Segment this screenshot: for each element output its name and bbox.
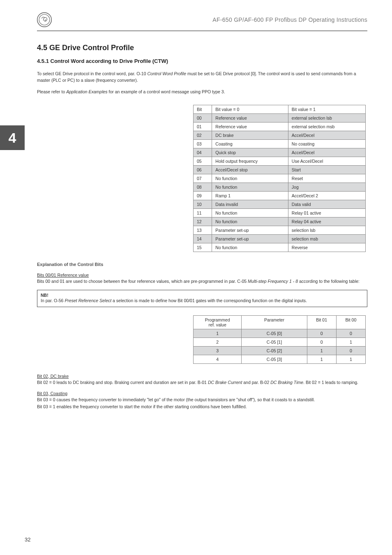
cell: 0 xyxy=(307,338,336,346)
table-row: 05Hold output frequencyUse Accel/Decel xyxy=(194,157,366,166)
cell: 12 xyxy=(194,217,212,226)
bits-0001-text: Bits 00 and 01 are used to choose betwee… xyxy=(37,278,367,285)
table-row: 14Parameter set-upselection msb xyxy=(194,235,366,243)
bit03-heading: Bit 03, Coasting xyxy=(37,391,367,396)
cell: Quick stop xyxy=(212,148,288,157)
cell: 0 xyxy=(336,329,365,338)
text: Bit 02 = 0 leads to DC braking and stop.… xyxy=(37,380,208,385)
cell: Jog xyxy=(288,183,365,192)
text: Bits 00 and 01 are used to choose betwee… xyxy=(37,279,248,284)
cell: 0 xyxy=(307,329,336,338)
bit02-heading: Bit 02, DC brake xyxy=(37,374,367,379)
cell: 0 xyxy=(336,346,365,355)
header-cell: Bit 00 xyxy=(336,315,365,329)
cell: 1 xyxy=(307,355,336,363)
cell: 01 xyxy=(194,123,212,131)
cell: 03 xyxy=(194,140,212,148)
table-row: 2C-05 [1]01 xyxy=(194,338,366,346)
text: Programmed xyxy=(197,317,238,322)
cell: 13 xyxy=(194,226,212,235)
param-name: Control Word Profile xyxy=(147,71,186,76)
cell: No function xyxy=(212,209,288,217)
cell: 00 xyxy=(194,114,212,123)
cell: 1 xyxy=(336,355,365,363)
cell: Accel/Decel xyxy=(288,148,365,157)
section-title: 4.5 GE Drive Control Profile xyxy=(37,44,367,52)
header-cell: Parameter xyxy=(242,315,307,329)
cell: No coasting xyxy=(288,140,365,148)
cell: No function xyxy=(212,183,288,192)
cell: Parameter set-up xyxy=(212,226,288,235)
cell: C-05 [3] xyxy=(242,355,307,363)
cell: Reference value xyxy=(212,123,288,131)
param-name: Application Examples xyxy=(66,89,107,94)
table-header-row: Programmed ref. value Parameter Bit 01 B… xyxy=(194,315,366,329)
table-row: 4C-05 [3]11 xyxy=(194,355,366,363)
text: and par. B-02 xyxy=(242,380,270,385)
table-row: 15No functionReverse xyxy=(194,243,366,252)
nb-box: NB! In par. O-56 Preset Reference Select… xyxy=(37,290,367,307)
cell: 07 xyxy=(194,174,212,183)
param-name: DC Braking Time xyxy=(270,380,303,385)
cell: Hold output frequency xyxy=(212,157,288,166)
intro-paragraph-1: To select GE Drive protocol in the contr… xyxy=(37,71,367,84)
ge-logo-icon xyxy=(37,12,52,27)
cell: Parameter set-up xyxy=(212,235,288,243)
cell: 08 xyxy=(194,183,212,192)
table-header-row: Bit Bit value = 0 Bit value = 1 xyxy=(194,105,366,114)
header-cell: Bit xyxy=(194,105,212,114)
table-row: 13Parameter set-upselection lsb xyxy=(194,226,366,235)
cell: Accel/Decel stop xyxy=(212,166,288,174)
cell: 11 xyxy=(194,209,212,217)
cell: Accel/Decel 2 xyxy=(288,192,365,200)
header-cell: Bit value = 1 xyxy=(288,105,365,114)
chapter-tab: 4 xyxy=(0,125,25,150)
nb-label: NB! xyxy=(41,293,364,298)
cell: 14 xyxy=(194,235,212,243)
table-row: 08No functionJog xyxy=(194,183,366,192)
cell: 15 xyxy=(194,243,212,252)
cell: 3 xyxy=(194,346,242,355)
cell: 02 xyxy=(194,131,212,140)
table-row: 03CoastingNo coasting xyxy=(194,140,366,148)
table-row: 12No functionRelay 04 active xyxy=(194,217,366,226)
text: . Bit 02 = 1 leads to ramping. xyxy=(303,380,358,385)
param-name: Multi-step Frequency 1 - 8 xyxy=(248,279,298,284)
text: for an example of a control word message… xyxy=(108,89,225,94)
cell: DC brake xyxy=(212,131,288,140)
text: a selection is made to define how Bit 00… xyxy=(111,298,307,303)
bit03-line2: Bit 03 = 1 enables the frequency convert… xyxy=(37,404,367,410)
cell: external selection lsb xyxy=(288,114,365,123)
table-row: 02DC brakeAccel/Decel xyxy=(194,131,366,140)
cell: 05 xyxy=(194,157,212,166)
cell: No function xyxy=(212,217,288,226)
cell: Start xyxy=(288,166,365,174)
nb-text: In par. O-56 Preset Reference Select a s… xyxy=(41,298,364,304)
table-row: 06Accel/Decel stopStart xyxy=(194,166,366,174)
text: In par. O-56 xyxy=(41,298,65,303)
cell: selection lsb xyxy=(288,226,365,235)
intro-paragraph-2: Please refer to Application Examples for… xyxy=(37,89,367,95)
cell: C-05 [0] xyxy=(242,329,307,338)
param-name: DC Brake Current xyxy=(208,380,242,385)
svg-point-0 xyxy=(37,13,52,27)
table-row: 00Reference valueexternal selection lsb xyxy=(194,114,366,123)
table-row: 1C-05 [0]00 xyxy=(194,329,366,338)
text: ref. value xyxy=(197,322,238,327)
text: Please refer to xyxy=(37,89,66,94)
subsection-title: 4.5.1 Control Word according to Drive Pr… xyxy=(37,58,367,64)
control-bits-table: Bit Bit value = 0 Bit value = 1 00Refere… xyxy=(193,105,366,252)
svg-point-1 xyxy=(39,14,50,25)
cell: Reset xyxy=(288,174,365,183)
cell: 2 xyxy=(194,338,242,346)
cell: Relay 01 active xyxy=(288,209,365,217)
cell: 06 xyxy=(194,166,212,174)
cell: C-05 [2] xyxy=(242,346,307,355)
cell: No function xyxy=(212,174,288,183)
cell: Reference value xyxy=(212,114,288,123)
table-row: 01Reference valueexternal selection msb xyxy=(194,123,366,131)
page-number: 32 xyxy=(25,536,30,543)
reference-value-table: Programmed ref. value Parameter Bit 01 B… xyxy=(193,315,366,364)
cell: selection msb xyxy=(288,235,365,243)
cell: C-05 [1] xyxy=(242,338,307,346)
